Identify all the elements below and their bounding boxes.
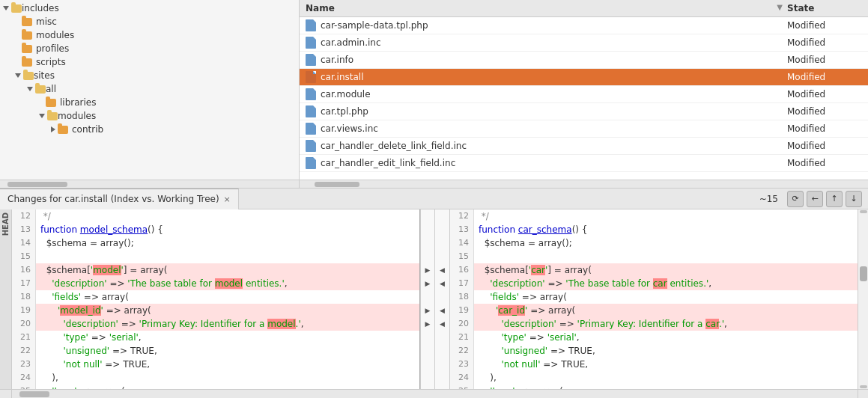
file-state: Modified [787,37,862,48]
right-arrow-icon4[interactable]: ▶ [425,320,431,328]
expand-icon [39,114,45,118]
file-row-1[interactable]: car.admin.inc Modified [300,34,868,52]
diff-separator-left: ◀ ◀ ◀ ◀ [435,209,450,389]
file-state: Modified [787,20,862,31]
sep-empty-18 [421,290,434,304]
diff-line-l22: 22 'unsigned' => TRUE, [12,344,419,358]
file-row-3[interactable]: car.install Modified [300,69,868,86]
tree-item-modules[interactable]: modules [0,28,299,42]
tree-item-scripts[interactable]: scripts [0,55,299,69]
file-row-0[interactable]: car-sample-data.tpl.php Modified [300,17,868,34]
file-list-header: Name ▼ State [300,0,868,17]
file-list-items: car-sample-data.tpl.php Modified car.adm… [300,17,868,180]
left-arrow-icon[interactable]: ◀ [440,266,445,274]
nav-down-btn[interactable]: ↓ [846,191,862,207]
diff-line-r20: 20 'description' => 'Primary Key: Identi… [450,317,858,331]
file-icon [306,19,316,31]
filename: car.admin.inc [321,37,787,48]
filename: car.views.inc [321,123,787,134]
file-row-2[interactable]: car.info Modified [300,52,868,69]
diff-tab-close[interactable]: × [224,195,231,204]
tree-label: modules [58,111,96,121]
tree-item-modules2[interactable]: modules [0,109,299,123]
scroll-thumb-bottom [860,385,867,388]
tree-item-includes[interactable]: includes [0,1,299,15]
diff-scrollbar-h-bottom[interactable] [0,389,868,398]
sort-icon[interactable]: ▼ [777,3,783,13]
expand-icon [27,87,33,91]
tree-label: libraries [60,97,96,108]
diff-line-r18: 18 'fields' => array( [450,290,858,304]
file-icon [306,88,316,100]
file-row-8[interactable]: car_handler_edit_link_field.inc Modified [300,155,868,172]
tree-item-contrib[interactable]: contrib [0,123,299,136]
folder-icon [46,99,56,107]
diff-line-r17: 17 'description' => 'The base table for … [450,277,858,290]
diff-line-l24: 24 ), [12,371,419,385]
diff-line-r21: 21 'type' => 'serial', [450,331,858,344]
diff-line-l13: 13 function model_schema() { [12,223,419,236]
tree-item-libraries[interactable]: libraries [0,96,299,109]
file-icon [306,105,316,117]
diff-line-r12: 12 */ [450,209,858,223]
folder-icon [47,112,58,120]
filename: car.info [321,55,787,65]
filelist-scrollbar-h[interactable] [300,180,868,188]
diff-line-l14: 14 $schema = array(); [12,236,419,250]
tree-item-sites[interactable]: sites [0,69,299,82]
tree-item-misc[interactable]: misc [0,15,299,28]
file-icon [306,140,316,152]
sync-btn[interactable]: ⟳ [787,191,804,207]
expand-icon [51,126,55,132]
diff-nav-btns: ~15 ⟳ ← ↑ ↓ [753,191,868,207]
diff-line-l19: 19 'model_id' => array( [12,304,419,317]
left-arrow-icon4[interactable]: ◀ [440,320,445,328]
file-row-6[interactable]: car.views.inc Modified [300,120,868,138]
sep-arrow-20[interactable]: ▶ [421,317,434,331]
file-row-4[interactable]: car.module Modified [300,86,868,103]
sep-empty-15 [421,250,434,263]
expand-icon [3,6,9,10]
tree-item-all[interactable]: all [0,82,299,96]
left-arrow-icon3[interactable]: ◀ [440,307,445,314]
right-diff-pane: 12 */ 13 function car_schema() { 14 $sch… [450,209,858,389]
sep-empty-13 [421,223,434,236]
right-arrow-icon3[interactable]: ▶ [425,307,431,314]
tree-item-profiles[interactable]: profiles [0,42,299,55]
filename: car_handler_delete_link_field.inc [321,141,787,151]
nav-up-btn[interactable]: ↑ [826,191,843,207]
file-icon [306,37,316,49]
tree-label: modules [36,30,74,40]
file-icon [306,71,316,83]
right-arrow-icon[interactable]: ▶ [425,266,431,274]
diff-tab-active[interactable]: Changes for car.install (Index vs. Worki… [0,189,239,209]
head-label-area: HEAD [0,209,12,389]
col-state-header: State [787,3,862,13]
folder-icon [11,4,22,13]
left-arrow-icon2[interactable]: ◀ [440,280,445,287]
scroll-thumb [860,266,867,281]
tree-label: misc [36,16,57,27]
sep-arrow-17[interactable]: ▶ [421,277,434,290]
file-row-7[interactable]: car_handler_delete_link_field.inc Modifi… [300,138,868,155]
file-state: Modified [787,158,862,168]
sep-arrow-16[interactable]: ▶ [421,263,434,277]
diff-line-r15: 15 [450,250,858,263]
sep-left-arrow-19[interactable]: ◀ [435,304,449,317]
file-row-5[interactable]: car.tpl.php Modified [300,103,868,120]
folder-icon [22,45,32,53]
nav-left-btn[interactable]: ← [807,191,823,207]
right-diff-lines: 12 */ 13 function car_schema() { 14 $sch… [450,209,858,389]
diff-scrollbar-v[interactable] [858,209,868,389]
tree-scrollbar-h[interactable] [0,180,299,188]
right-arrow-icon2[interactable]: ▶ [425,280,431,287]
file-list: Name ▼ State car-sample-data.tpl.php Mod… [300,0,868,188]
sep-left-arrow-20[interactable]: ◀ [435,317,449,331]
tree-label: scripts [36,57,66,67]
sep-left-arrow-17[interactable]: ◀ [435,277,449,290]
diff-line-r24: 24 ), [450,371,858,385]
diff-line-l21: 21 'type' => 'serial', [12,331,419,344]
sep-arrow-19[interactable]: ▶ [421,304,434,317]
sep-left-arrow-16[interactable]: ◀ [435,263,449,277]
left-diff-lines: 12 */ 13 function model_schema() { 14 $s… [12,209,419,389]
